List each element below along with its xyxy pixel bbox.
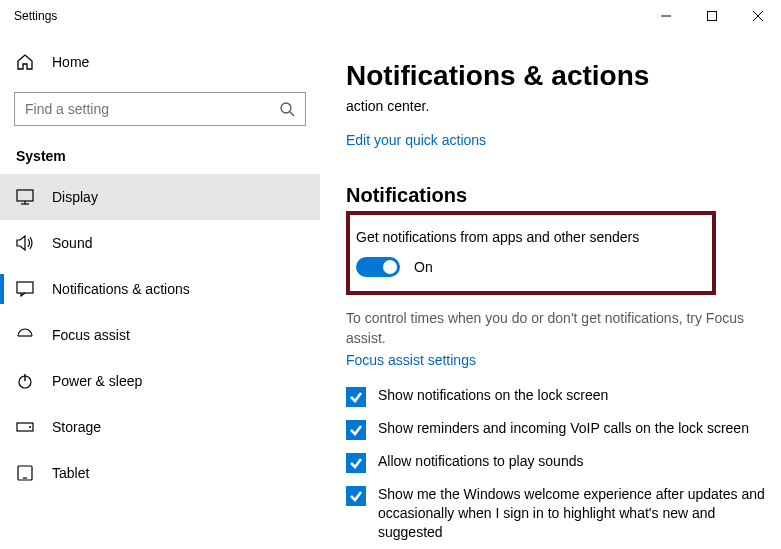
home-icon	[16, 53, 34, 71]
check-label: Show reminders and incoming VoIP calls o…	[378, 419, 755, 438]
sidebar-item-storage[interactable]: Storage	[0, 404, 320, 450]
minimize-button[interactable]	[643, 0, 689, 32]
sidebar-item-power-sleep[interactable]: Power & sleep	[0, 358, 320, 404]
svg-rect-9	[17, 282, 33, 293]
svg-line-5	[290, 112, 294, 116]
check-row: Show notifications on the lock screen	[346, 386, 781, 407]
content-pane: Notifications & actions action center. E…	[320, 32, 781, 549]
sidebar-item-label: Tablet	[52, 465, 89, 481]
edit-quick-actions-link[interactable]: Edit your quick actions	[346, 132, 781, 148]
sidebar-item-tablet[interactable]: Tablet	[0, 450, 320, 496]
section-label: System	[0, 134, 320, 174]
check-label: Show me the Windows welcome experience a…	[378, 485, 781, 542]
search-field[interactable]	[25, 101, 279, 117]
sidebar-item-label: Notifications & actions	[52, 281, 190, 297]
svg-rect-6	[17, 190, 33, 201]
checkbox[interactable]	[346, 387, 366, 407]
search-icon	[279, 101, 295, 117]
focus-assist-link[interactable]: Focus assist settings	[346, 352, 781, 368]
close-button[interactable]	[735, 0, 781, 32]
check-row: Allow notifications to play sounds	[346, 452, 781, 473]
search-input[interactable]	[14, 92, 306, 126]
window-title: Settings	[14, 9, 57, 23]
subtitle-text: action center.	[346, 98, 781, 114]
home-nav[interactable]: Home	[0, 42, 320, 82]
notifications-icon	[16, 281, 34, 297]
check-row: Show reminders and incoming VoIP calls o…	[346, 419, 781, 440]
sidebar-item-label: Sound	[52, 235, 92, 251]
sidebar-item-sound[interactable]: Sound	[0, 220, 320, 266]
display-icon	[16, 189, 34, 205]
sidebar-item-label: Power & sleep	[52, 373, 142, 389]
focus-assist-icon	[16, 326, 34, 344]
checkbox[interactable]	[346, 486, 366, 506]
checkbox[interactable]	[346, 420, 366, 440]
check-label: Allow notifications to play sounds	[378, 452, 589, 471]
check-row: Show me the Windows welcome experience a…	[346, 485, 781, 542]
sidebar-item-label: Focus assist	[52, 327, 130, 343]
check-label: Show notifications on the lock screen	[378, 386, 614, 405]
maximize-button[interactable]	[689, 0, 735, 32]
sidebar-item-label: Display	[52, 189, 98, 205]
svg-rect-1	[708, 12, 717, 21]
highlight-annotation: Get notifications from apps and other se…	[346, 211, 716, 295]
svg-point-4	[281, 103, 291, 113]
sound-icon	[16, 235, 34, 251]
focus-hint-text: To control times when you do or don't ge…	[346, 309, 781, 348]
home-label: Home	[52, 54, 89, 70]
checkbox[interactable]	[346, 453, 366, 473]
storage-icon	[16, 420, 34, 434]
notifications-header: Notifications	[346, 184, 781, 207]
toggle-state: On	[414, 259, 433, 275]
sidebar-item-display[interactable]: Display	[0, 174, 320, 220]
window-controls	[643, 0, 781, 32]
sidebar-item-focus-assist[interactable]: Focus assist	[0, 312, 320, 358]
page-title: Notifications & actions	[346, 60, 781, 92]
notifications-toggle[interactable]	[356, 257, 400, 277]
svg-point-14	[29, 426, 31, 428]
power-icon	[16, 372, 34, 390]
sidebar-item-notifications[interactable]: Notifications & actions	[0, 266, 320, 312]
tablet-icon	[16, 465, 34, 481]
sidebar: Home System Display Sound Notifications …	[0, 32, 320, 549]
toggle-label: Get notifications from apps and other se…	[356, 229, 700, 245]
sidebar-item-label: Storage	[52, 419, 101, 435]
